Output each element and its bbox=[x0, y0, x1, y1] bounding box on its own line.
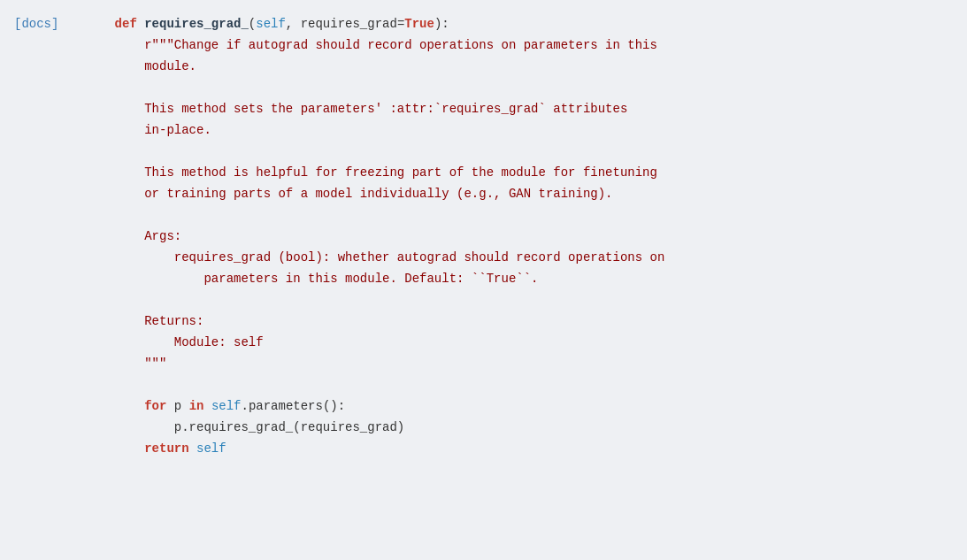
line-content: in-place. bbox=[85, 120, 953, 140]
code-token: Args: bbox=[85, 229, 181, 243]
code-line: for p in self.parameters(): bbox=[0, 396, 967, 418]
line-content: """ bbox=[85, 354, 953, 373]
code-token: This method is helpful for freezing part… bbox=[85, 165, 657, 180]
line-content: parameters in this module. Default: ``Tr… bbox=[85, 269, 953, 288]
line-content: Args: bbox=[85, 226, 953, 246]
code-line: or training parts of a model individuall… bbox=[0, 184, 967, 205]
code-line: r"""Change if autograd should record ope… bbox=[0, 35, 967, 57]
code-line: This method sets the parameters' :attr:`… bbox=[0, 99, 967, 120]
code-token: Module: self bbox=[85, 335, 264, 349]
code-token: for bbox=[144, 399, 166, 413]
code-token: def bbox=[115, 17, 145, 31]
code-token bbox=[85, 17, 115, 31]
code-line: requires_grad (bool): whether autograd s… bbox=[0, 248, 967, 269]
code-token: ( bbox=[249, 17, 256, 31]
code-token: or training parts of a model individuall… bbox=[85, 187, 613, 201]
code-token: Returns: bbox=[85, 314, 203, 328]
code-line: This method is helpful for freezing part… bbox=[0, 163, 967, 184]
code-token: return bbox=[144, 441, 188, 456]
code-token: requires_grad_ bbox=[144, 17, 249, 31]
code-token: .parameters(): bbox=[241, 399, 345, 413]
code-token: True bbox=[404, 17, 434, 31]
code-token: p bbox=[166, 399, 188, 413]
code-line: [docs] def requires_grad_(self, requires… bbox=[0, 14, 967, 35]
code-token: p.requires_grad_(requires_grad) bbox=[85, 420, 404, 434]
code-line bbox=[0, 78, 967, 99]
code-line bbox=[0, 142, 967, 163]
code-line bbox=[0, 375, 967, 396]
line-content: return self bbox=[85, 439, 953, 458]
line-prefix: [docs] bbox=[14, 14, 85, 34]
code-container: [docs] def requires_grad_(self, requires… bbox=[0, 0, 967, 560]
code-token bbox=[189, 441, 196, 456]
code-line: return self bbox=[0, 439, 967, 460]
code-token: self bbox=[196, 441, 226, 456]
code-token: self bbox=[211, 399, 242, 413]
code-token bbox=[203, 399, 211, 413]
line-content: p.requires_grad_(requires_grad) bbox=[85, 418, 953, 437]
line-content: module. bbox=[85, 57, 953, 76]
code-line bbox=[0, 290, 967, 311]
code-token: """ bbox=[85, 357, 166, 371]
line-content: Module: self bbox=[85, 333, 953, 352]
line-content: def requires_grad_(self, requires_grad=T… bbox=[85, 14, 953, 34]
code-token: ): bbox=[434, 17, 449, 31]
line-content: for p in self.parameters(): bbox=[85, 396, 953, 416]
code-line: module. bbox=[0, 57, 967, 78]
code-line: """ bbox=[0, 354, 967, 375]
code-line: Module: self bbox=[0, 333, 967, 354]
code-line: in-place. bbox=[0, 120, 967, 142]
code-line: Args: bbox=[0, 226, 967, 248]
line-content: requires_grad (bool): whether autograd s… bbox=[85, 248, 953, 267]
code-line: p.requires_grad_(requires_grad) bbox=[0, 418, 967, 439]
code-token: parameters in this module. Default: ``Tr… bbox=[85, 272, 538, 286]
code-token: in bbox=[189, 399, 204, 413]
code-token: in-place. bbox=[85, 123, 211, 137]
code-token: , requires_grad bbox=[286, 17, 397, 31]
line-content: This method sets the parameters' :attr:`… bbox=[85, 99, 953, 119]
code-token: self bbox=[256, 17, 286, 31]
code-token: r"""Change if autograd should record ope… bbox=[85, 38, 657, 52]
line-content: or training parts of a model individuall… bbox=[85, 184, 953, 203]
code-line: Returns: bbox=[0, 311, 967, 333]
line-content: r"""Change if autograd should record ope… bbox=[85, 35, 953, 55]
line-content: Returns: bbox=[85, 311, 953, 331]
code-line bbox=[0, 205, 967, 226]
code-token: This method sets the parameters' :attr:`… bbox=[85, 102, 627, 116]
code-token: requires_grad (bool): whether autograd s… bbox=[85, 250, 664, 265]
code-line: parameters in this module. Default: ``Tr… bbox=[0, 269, 967, 290]
code-token bbox=[85, 399, 144, 413]
code-token: module. bbox=[85, 59, 196, 73]
line-content: This method is helpful for freezing part… bbox=[85, 163, 953, 182]
code-token bbox=[85, 441, 144, 456]
